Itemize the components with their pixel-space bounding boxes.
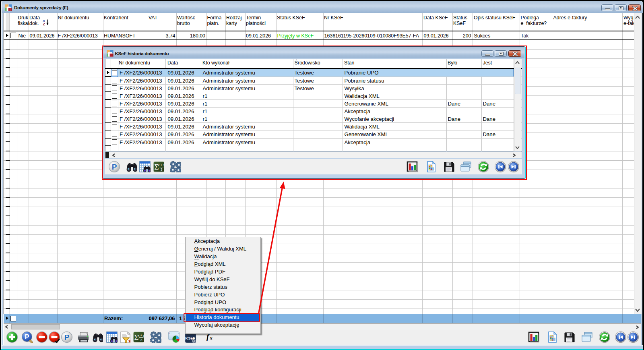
svg-text:Z: Z: [43, 22, 45, 26]
